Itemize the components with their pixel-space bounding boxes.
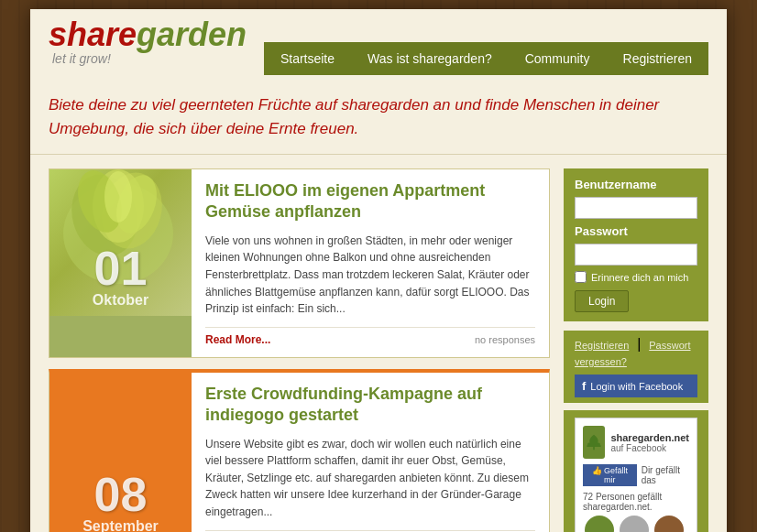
fb-dir-text: Dir gefällt das <box>642 465 689 485</box>
avatar-harald <box>654 516 684 532</box>
username-input[interactable] <box>575 197 697 219</box>
fb-page-subtext: auf Facebook <box>610 443 689 453</box>
page-wrapper: sharegarden let it grow! Startseite Was … <box>30 9 727 532</box>
avatar-hans <box>620 516 649 532</box>
logo-garden: garden <box>137 16 247 53</box>
avatar-item-karsten: Karsten <box>583 516 615 532</box>
fb-page-icon <box>583 426 605 459</box>
nav-bar: Startseite Was ist sharegarden? Communit… <box>264 42 708 75</box>
article-date-2: 08 September <box>49 463 192 532</box>
article-month-2: September <box>54 518 187 532</box>
article-excerpt-2: Unsere Website gibt es zwar, doch wir wo… <box>205 436 535 521</box>
article-thumb-2: 08 September <box>49 373 192 532</box>
fb-page-info: sharegarden.net auf Facebook <box>610 432 689 453</box>
article-body-1: Mit ELIOOO im eigenen Appartment Gemüse … <box>192 169 549 357</box>
nav-was-ist[interactable]: Was ist sharegarden? <box>351 42 509 75</box>
fb-like-row: 👍 Gefällt mir Dir gefällt das <box>583 464 689 486</box>
article-card-2: 08 September Erste Crowdfunding-Kampagne… <box>49 369 550 532</box>
header: sharegarden let it grow! Startseite Was … <box>30 9 727 75</box>
no-responses-1: no responses <box>475 334 535 345</box>
facebook-icon: f <box>582 379 586 393</box>
nav-startseite[interactable]: Startseite <box>264 42 351 75</box>
avatar-item-harald: Harald <box>653 516 685 532</box>
sidebar: Benutzername Passwort Erinnere dich an m… <box>564 168 708 532</box>
fb-login-label: Login with Facebook <box>590 381 683 392</box>
main-content: 01 Oktober Mit ELIOOO im eigenen Appartm… <box>30 155 727 532</box>
article-title-2: Erste Crowdfunding-Kampagne auf indiegog… <box>205 384 535 427</box>
tree-icon <box>585 433 603 451</box>
remember-checkbox[interactable] <box>575 271 587 283</box>
password-label: Passwort <box>575 224 697 238</box>
fb-page-box: sharegarden.net auf Facebook 👍 Gefällt m… <box>575 418 697 532</box>
username-label: Benutzername <box>575 178 697 191</box>
article-day-1: 01 <box>54 244 187 292</box>
facebook-box: sharegarden.net auf Facebook 👍 Gefällt m… <box>564 410 708 532</box>
article-title-1: Mit ELIOOO im eigenen Appartment Gemüse … <box>205 180 535 223</box>
article-thumb-green: 01 Oktober <box>49 169 192 316</box>
articles-column: 01 Oktober Mit ELIOOO im eigenen Appartm… <box>49 168 550 532</box>
logo-share: share <box>49 16 137 53</box>
nav-community[interactable]: Community <box>509 42 607 75</box>
fb-login-button[interactable]: f Login with Facebook <box>575 375 697 397</box>
fb-like-button[interactable]: 👍 Gefällt mir <box>583 464 637 486</box>
logo-area: sharegarden let it grow! <box>49 18 247 75</box>
avatar-karsten <box>585 516 614 532</box>
read-more-1[interactable]: Read More... <box>205 333 270 346</box>
logo-tagline: let it grow! <box>52 51 247 66</box>
thumbs-up-icon: 👍 <box>592 466 602 475</box>
article-excerpt-1: Viele von uns wohnen in großen Städten, … <box>205 233 535 318</box>
fb-friends-text: 72 Personen gefällt sharegarden.net. <box>583 492 689 512</box>
hero-text: Biete deine zu viel geernteten Früchte a… <box>30 75 727 155</box>
register-link[interactable]: Registrieren <box>575 340 629 351</box>
nav-registrieren[interactable]: Registrieren <box>607 42 708 75</box>
remember-row: Erinnere dich an mich <box>575 271 697 283</box>
fb-page-header: sharegarden.net auf Facebook <box>583 426 689 459</box>
login-button[interactable]: Login <box>575 290 629 312</box>
fb-like-label: Gefällt mir <box>604 466 628 484</box>
article-thumb-orange: 08 September <box>49 373 192 532</box>
article-card-1: 01 Oktober Mit ELIOOO im eigenen Appartm… <box>49 168 550 358</box>
register-links: Registrieren | Passwort vergessen? f Log… <box>564 331 708 403</box>
password-input[interactable] <box>575 244 697 266</box>
avatar-item-hans: Hans-Michael <box>618 516 650 532</box>
svg-point-6 <box>104 171 132 223</box>
article-month-1: Oktober <box>54 292 187 309</box>
avatar-row: Karsten Hans-Michael Harald Ann <box>583 516 689 532</box>
article-date-1: 01 Oktober <box>49 237 192 316</box>
remember-label: Erinnere dich an mich <box>591 272 688 283</box>
article-day-2: 08 <box>54 471 187 518</box>
login-box: Benutzername Passwort Erinnere dich an m… <box>564 168 708 321</box>
logo: sharegarden <box>49 18 247 51</box>
article-footer-1: Read More... no responses <box>205 327 535 346</box>
article-thumb-1: 01 Oktober <box>49 169 192 357</box>
fb-page-name: sharegarden.net <box>610 432 689 443</box>
article-body-2: Erste Crowdfunding-Kampagne auf indiegog… <box>192 373 549 532</box>
